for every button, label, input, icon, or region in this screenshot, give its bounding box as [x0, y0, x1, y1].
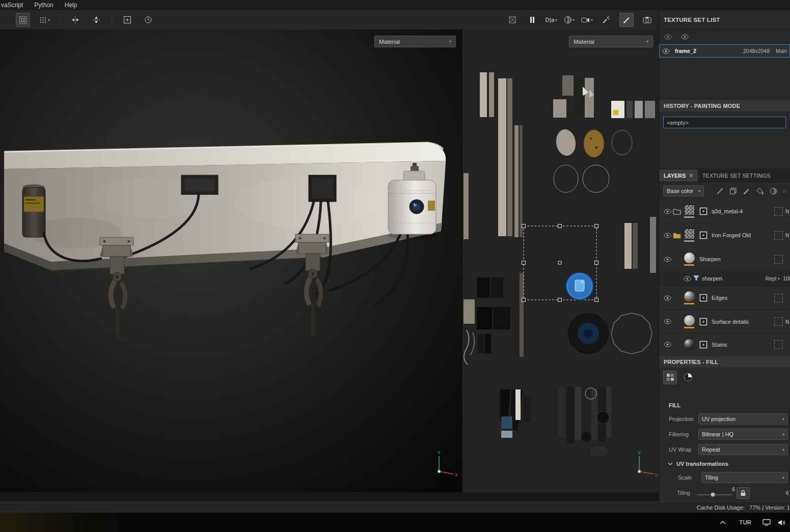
- visibility-eye-icon[interactable]: [664, 233, 673, 238]
- mask-slot[interactable]: [774, 294, 783, 302]
- display-mode-toggle[interactable]: D|a▾: [546, 13, 557, 26]
- cache-disk-usage: Cache Disk Usage: 77% | Version: 1: [697, 505, 790, 511]
- layer-thumbnail[interactable]: [684, 315, 696, 328]
- layer-name[interactable]: Iron Forged Old: [712, 232, 774, 238]
- screenshot-camera-icon[interactable]: [640, 13, 653, 26]
- mask-slot[interactable]: [774, 231, 783, 240]
- uv-transformations-header[interactable]: UV transformations: [659, 457, 790, 470]
- mask-slot[interactable]: [774, 340, 783, 349]
- tiling-slider[interactable]: 6: [697, 488, 732, 498]
- duplicate-layer-icon[interactable]: [729, 187, 737, 195]
- add-frame-icon[interactable]: [121, 13, 134, 26]
- scale-label: Scale: [678, 474, 701, 481]
- layer-row-edges[interactable]: Edges: [659, 286, 790, 310]
- visibility-eye-icon[interactable]: [684, 276, 693, 282]
- visibility-eye-icon[interactable]: [664, 295, 673, 301]
- solo-eye-icon[interactable]: [681, 34, 689, 41]
- layer-name[interactable]: Edges: [712, 295, 774, 301]
- effect-row-sharpen[interactable]: sharpen Repl▾ 100: [659, 271, 790, 286]
- layer-row-sharpen[interactable]: Sharpen: [659, 247, 790, 271]
- mask-preview-icon[interactable]: [699, 294, 710, 302]
- visibility-eye-icon[interactable]: [664, 319, 673, 324]
- slider-handle[interactable]: [711, 492, 715, 497]
- display-tray-icon[interactable]: [762, 519, 771, 526]
- scale-mode-dropdown[interactable]: Tiling▾: [701, 472, 788, 483]
- add-effect-icon[interactable]: [716, 187, 724, 195]
- history-empty-entry[interactable]: <empty>: [663, 117, 786, 128]
- layer-thumbnail[interactable]: [684, 291, 696, 304]
- layer-blend-indicator[interactable]: N: [785, 319, 790, 325]
- substance-painter-window: vaScript Python Help ▾: [0, 0, 790, 532]
- sphere-preview-tab[interactable]: [681, 371, 695, 384]
- layer-blend-indicator[interactable]: N: [785, 208, 790, 214]
- layer-tools: [716, 187, 786, 195]
- layer-row-stains[interactable]: Stains: [659, 333, 790, 356]
- effect-blend-dropdown[interactable]: Repl▾: [765, 275, 780, 282]
- mirror-x-icon[interactable]: [69, 13, 82, 26]
- show-all-eye-icon[interactable]: [664, 34, 672, 41]
- mask-slot[interactable]: [774, 317, 783, 326]
- shader-mode-dropdown-3d[interactable]: Material▾: [374, 36, 456, 47]
- layer-name[interactable]: Stains: [712, 342, 774, 348]
- close-tab-icon[interactable]: ×: [690, 172, 693, 179]
- effect-name[interactable]: sharpen: [702, 275, 765, 282]
- language-indicator[interactable]: TUR: [739, 519, 751, 525]
- layer-row-iron-forged-old[interactable]: Iron Forged Old N: [659, 223, 790, 247]
- layer-thumbnail[interactable]: [684, 229, 696, 242]
- dots-grid-tool-icon[interactable]: ▾: [38, 13, 51, 26]
- layer-row-surface-details[interactable]: Surface details N: [659, 310, 790, 333]
- marquee-grid-tool-icon[interactable]: [16, 13, 30, 27]
- clipped-tool-icon[interactable]: [783, 187, 786, 195]
- add-material-sphere-icon[interactable]: [770, 187, 777, 195]
- visibility-eye-icon[interactable]: [664, 257, 673, 262]
- texture-set-row-frame-2[interactable]: frame_2 2048x2048 Main: [659, 44, 790, 58]
- blend-channel-dropdown[interactable]: Base color▾: [663, 185, 704, 197]
- layer-name[interactable]: Surface details: [712, 319, 774, 325]
- layer-name[interactable]: q3d_metal-4: [712, 208, 774, 214]
- effect-opacity-value[interactable]: 100: [783, 275, 790, 282]
- history-clock-icon[interactable]: [142, 13, 155, 26]
- fill-material-gizmo[interactable]: [566, 272, 593, 300]
- shader-mode-dropdown-2d[interactable]: Material▾: [569, 36, 653, 47]
- add-paint-layer-icon[interactable]: [743, 187, 750, 195]
- visibility-eye-icon[interactable]: [664, 342, 673, 347]
- tiling-lock-button[interactable]: [737, 487, 750, 499]
- particles-tool-icon[interactable]: [600, 13, 613, 26]
- tray-overflow-chevron-icon[interactable]: [720, 521, 726, 524]
- projection-dropdown[interactable]: UV projection▾: [698, 413, 788, 425]
- viewport-2d[interactable]: V U Material▾: [462, 30, 659, 492]
- tab-layers[interactable]: LAYERS×: [659, 170, 698, 182]
- menu-python[interactable]: Python: [29, 2, 59, 9]
- visibility-eye-icon[interactable]: [664, 209, 673, 214]
- layer-blend-indicator[interactable]: N: [785, 232, 790, 238]
- disable-projection-icon[interactable]: [506, 13, 519, 26]
- mirror-y-icon[interactable]: [90, 13, 103, 26]
- mask-preview-icon[interactable]: [699, 341, 710, 349]
- material-mode-icon[interactable]: ▾: [564, 13, 575, 26]
- toolbar-separator: [112, 15, 112, 25]
- menu-help[interactable]: Help: [59, 2, 83, 9]
- layer-thumbnail[interactable]: [684, 339, 696, 350]
- mask-preview-icon[interactable]: [699, 318, 710, 326]
- paint-brush-tool-icon[interactable]: [619, 13, 634, 27]
- layer-name[interactable]: Sharpen: [699, 256, 774, 262]
- mask-slot[interactable]: [774, 207, 783, 216]
- layer-row-q3d-metal-4[interactable]: q3d_metal-4 N: [659, 200, 790, 223]
- tiling-value-y: 6: [786, 490, 790, 496]
- filtering-row: Filtering Bilinear | HQ▾: [659, 427, 790, 442]
- volume-tray-icon[interactable]: [778, 519, 786, 526]
- 3d-scene-render: Y X: [0, 30, 461, 492]
- layer-thumbnail[interactable]: [684, 205, 696, 218]
- filtering-dropdown[interactable]: Bilinear | HQ▾: [698, 429, 788, 440]
- layer-thumbnail[interactable]: [684, 253, 696, 266]
- viewport-3d[interactable]: Y X Material▾: [0, 30, 461, 492]
- add-fill-layer-icon[interactable]: [756, 187, 764, 195]
- material-properties-tab[interactable]: [663, 371, 677, 384]
- uv-wrap-dropdown[interactable]: Repeat▾: [698, 444, 788, 455]
- camera-view-icon[interactable]: ▾: [581, 13, 593, 26]
- mask-slot[interactable]: [774, 255, 783, 264]
- pause-engine-icon[interactable]: [526, 13, 539, 26]
- texture-set-eye-icon[interactable]: [662, 48, 671, 54]
- menu-javascript[interactable]: vaScript: [0, 2, 29, 9]
- tab-texture-set-settings[interactable]: TEXTURE SET SETTINGS: [698, 170, 775, 182]
